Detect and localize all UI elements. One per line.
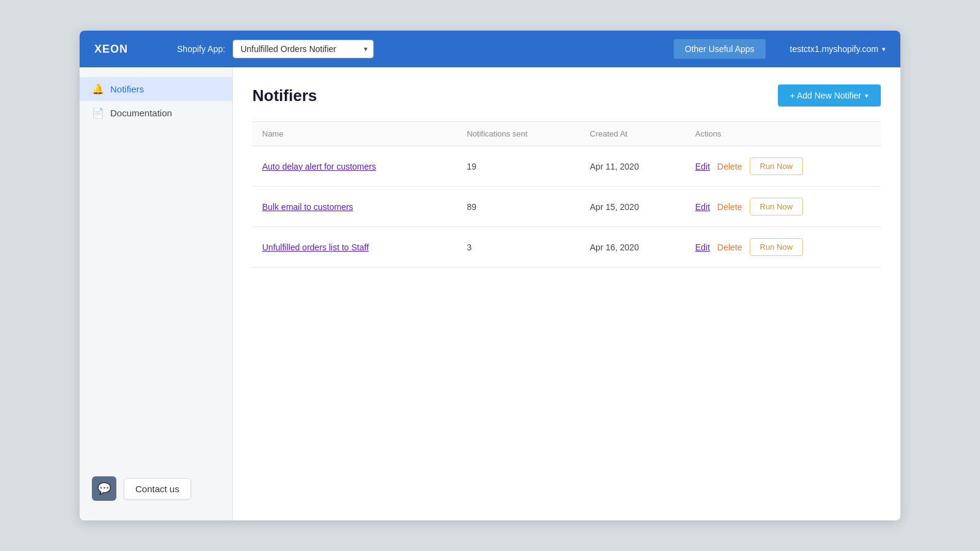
user-menu[interactable]: testctx1.myshopify.com [790,44,886,54]
created-at-cell: Apr 16, 2020 [580,227,685,268]
notifier-name-link[interactable]: Bulk email to customers [262,202,353,212]
page-header: Notifiers + Add New Notifier ▾ [252,84,881,107]
bell-icon: 🔔 [92,83,104,95]
run-now-button[interactable]: Run Now [750,157,803,175]
app-select[interactable]: Unfulfilled Orders Notifier [233,40,374,58]
edit-link[interactable]: Edit [695,202,710,212]
notifiers-table: Name Notifications sent Created At Actio… [252,121,881,268]
notifications-sent-cell: 19 [457,146,580,187]
created-at-cell: Apr 11, 2020 [580,146,685,187]
navbar-center: Shopify App: Unfulfilled Orders Notifier [177,40,374,58]
add-notifier-button[interactable]: + Add New Notifier ▾ [778,84,881,107]
chevron-down-icon: ▾ [865,92,869,100]
sidebar-item-documentation[interactable]: 📄 Documentation [80,101,232,125]
edit-link[interactable]: Edit [695,242,710,252]
col-notifications-sent: Notifications sent [457,122,580,146]
delete-link[interactable]: Delete [717,202,742,212]
created-at-cell: Apr 15, 2020 [580,187,685,227]
table-row: Auto delay alert for customers 19 Apr 11… [252,146,881,187]
run-now-button[interactable]: Run Now [750,198,803,216]
app-select-wrapper[interactable]: Unfulfilled Orders Notifier [233,40,374,58]
sidebar-item-documentation-label: Documentation [110,108,172,118]
notifier-name-link[interactable]: Auto delay alert for customers [262,162,376,171]
actions-cell: Edit Delete Run Now [695,238,871,256]
col-actions: Actions [685,122,881,146]
table-header: Name Notifications sent Created At Actio… [252,122,881,146]
actions-cell: Edit Delete Run Now [695,157,871,175]
app-window: XEON Shopify App: Unfulfilled Orders Not… [80,31,900,520]
doc-icon: 📄 [92,107,104,119]
notifier-name-link[interactable]: Unfulfilled orders list to Staff [262,242,369,252]
content-area: Notifiers + Add New Notifier ▾ Name Noti… [233,67,900,520]
delete-link[interactable]: Delete [717,242,742,252]
contact-icon-button[interactable]: 💬 [92,476,116,501]
notifications-sent-cell: 3 [457,227,580,268]
brand-logo: XEON [94,43,128,56]
notifications-sent-cell: 89 [457,187,580,227]
navbar: XEON Shopify App: Unfulfilled Orders Not… [80,31,900,67]
sidebar-item-notifiers-label: Notifiers [110,84,144,94]
main-layout: 🔔 Notifiers 📄 Documentation 💬 Contact us… [80,67,900,520]
page-title: Notifiers [252,86,317,105]
shopify-label: Shopify App: [177,44,225,54]
run-now-button[interactable]: Run Now [750,238,803,256]
other-apps-button[interactable]: Other Useful Apps [674,39,766,59]
add-notifier-label: + Add New Notifier [790,91,861,100]
table-row: Bulk email to customers 89 Apr 15, 2020 … [252,187,881,227]
table-body: Auto delay alert for customers 19 Apr 11… [252,146,881,268]
actions-cell: Edit Delete Run Now [695,198,871,216]
contact-us-button[interactable]: Contact us [124,478,191,500]
table-row: Unfulfilled orders list to Staff 3 Apr 1… [252,227,881,268]
edit-link[interactable]: Edit [695,162,710,171]
col-created-at: Created At [580,122,685,146]
sidebar-item-notifiers[interactable]: 🔔 Notifiers [80,77,232,101]
col-name: Name [252,122,457,146]
content-inner: Notifiers + Add New Notifier ▾ Name Noti… [233,67,900,285]
delete-link[interactable]: Delete [717,162,742,171]
contact-us-area: 💬 Contact us [80,467,232,511]
sidebar: 🔔 Notifiers 📄 Documentation 💬 Contact us [80,67,233,520]
chat-icon: 💬 [97,482,111,495]
